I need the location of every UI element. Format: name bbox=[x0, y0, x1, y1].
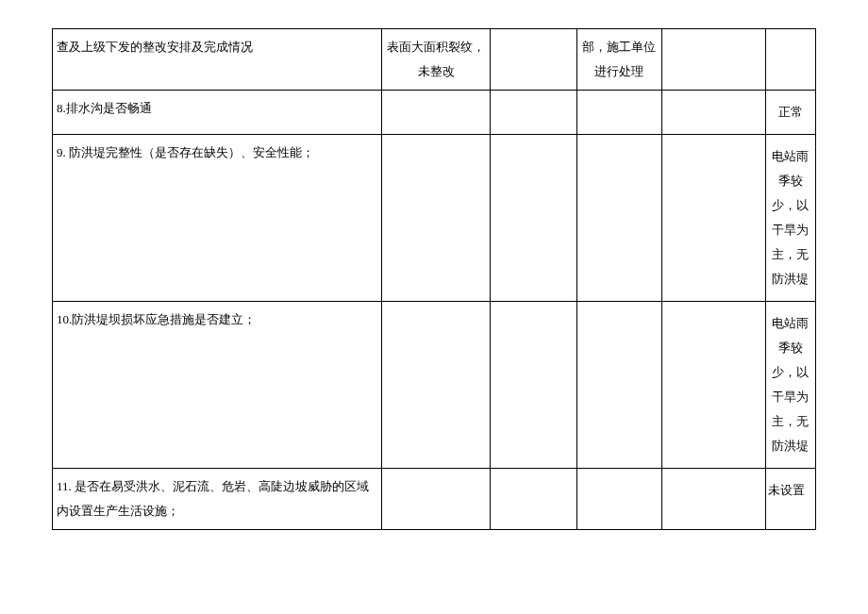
cell-col6 bbox=[765, 29, 815, 91]
cell-col4 bbox=[576, 302, 661, 469]
cell-col2 bbox=[382, 469, 490, 530]
cell-col6: 电站雨季较少，以干旱为主，无防洪堤 bbox=[765, 135, 815, 302]
cell-col3 bbox=[490, 469, 576, 530]
cell-col3 bbox=[490, 135, 576, 302]
cell-col6: 未设置 bbox=[765, 469, 815, 530]
cell-col4: 部，施工单位进行处理 bbox=[576, 29, 661, 91]
cell-col2 bbox=[382, 135, 490, 302]
cell-col2: 表面大面积裂纹，未整改 bbox=[382, 29, 490, 91]
table-row: 8.排水沟是否畅通 正常 bbox=[53, 91, 816, 135]
table-row: 10.防洪堤坝损坏应急措施是否建立； 电站雨季较少，以干旱为主，无防洪堤 bbox=[53, 302, 816, 469]
cell-item: 8.排水沟是否畅通 bbox=[53, 91, 382, 135]
cell-col5 bbox=[661, 29, 765, 91]
cell-col4 bbox=[576, 91, 661, 135]
cell-col6: 电站雨季较少，以干旱为主，无防洪堤 bbox=[765, 302, 815, 469]
cell-col3 bbox=[490, 91, 576, 135]
cell-item: 查及上级下发的整改安排及完成情况 bbox=[53, 29, 382, 91]
cell-col2 bbox=[382, 91, 490, 135]
cell-col4 bbox=[576, 135, 661, 302]
inspection-table: 查及上级下发的整改安排及完成情况 表面大面积裂纹，未整改 部，施工单位进行处理 … bbox=[52, 28, 816, 530]
table-row: 11. 是否在易受洪水、泥石流、危岩、高陡边坡威胁的区域内设置生产生活设施； 未… bbox=[53, 469, 816, 530]
cell-col2 bbox=[382, 302, 490, 469]
cell-col4 bbox=[576, 469, 661, 530]
cell-col5 bbox=[661, 302, 765, 469]
cell-item: 9. 防洪堤完整性（是否存在缺失）、安全性能； bbox=[53, 135, 382, 302]
cell-col5 bbox=[661, 135, 765, 302]
cell-col5 bbox=[661, 91, 765, 135]
cell-col3 bbox=[490, 29, 576, 91]
cell-item: 10.防洪堤坝损坏应急措施是否建立； bbox=[53, 302, 382, 469]
cell-item: 11. 是否在易受洪水、泥石流、危岩、高陡边坡威胁的区域内设置生产生活设施； bbox=[53, 469, 382, 530]
table-row: 9. 防洪堤完整性（是否存在缺失）、安全性能； 电站雨季较少，以干旱为主，无防洪… bbox=[53, 135, 816, 302]
cell-col6: 正常 bbox=[765, 91, 815, 135]
cell-col5 bbox=[661, 469, 765, 530]
table-row: 查及上级下发的整改安排及完成情况 表面大面积裂纹，未整改 部，施工单位进行处理 bbox=[53, 29, 816, 91]
cell-col3 bbox=[490, 302, 576, 469]
